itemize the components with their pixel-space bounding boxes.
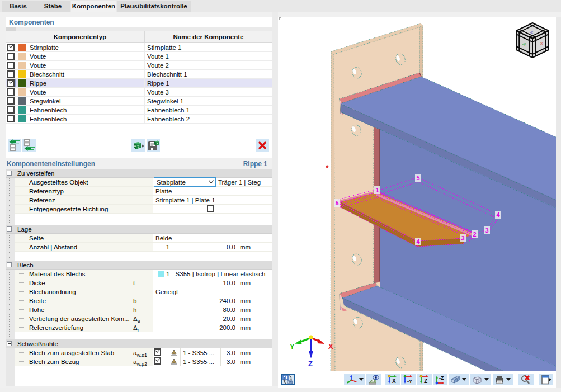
- svg-text:4: 4: [496, 211, 500, 218]
- svg-text:X: X: [392, 378, 396, 384]
- svg-text:-Z: -Z: [439, 375, 444, 381]
- svg-text:2: 2: [473, 231, 476, 238]
- svg-text:Y: Y: [290, 342, 295, 351]
- svg-text:1: 1: [375, 187, 379, 193]
- svg-text:-y: -y: [522, 41, 526, 46]
- svg-text:X: X: [328, 342, 333, 351]
- svg-text:Z: Z: [424, 378, 427, 384]
- svg-text:4: 4: [416, 238, 420, 245]
- svg-text:3: 3: [485, 227, 488, 234]
- svg-text:Z: Z: [308, 360, 313, 368]
- svg-text:-x: -x: [539, 41, 543, 46]
- svg-text:-z: -z: [530, 30, 534, 35]
- svg-text:-Y: -Y: [407, 379, 412, 384]
- svg-text:3: 3: [461, 235, 464, 242]
- svg-text:5: 5: [416, 174, 419, 181]
- svg-text:5: 5: [335, 200, 338, 206]
